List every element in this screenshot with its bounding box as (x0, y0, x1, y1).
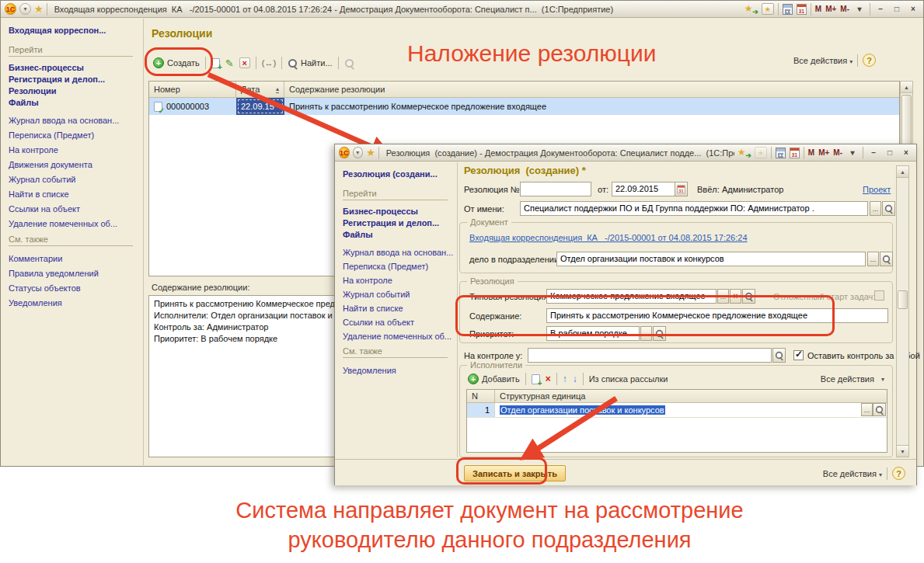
add-executor-button[interactable]: + Добавить (468, 374, 520, 384)
scroll-up-icon[interactable]: ▲ (897, 166, 908, 178)
add-to-favorites-icon[interactable]: ★➔ (737, 147, 751, 158)
edit-pencil-icon[interactable]: ✎ (225, 58, 234, 68)
scroll-down-icon[interactable]: ▼ (897, 445, 908, 457)
sidebar-item-entry-journal[interactable]: Журнал ввода на основан... (343, 245, 452, 259)
memory-mminus-button[interactable]: M- (840, 5, 849, 13)
bottom-all-actions-button[interactable]: Все действия (823, 469, 882, 478)
executor-ellipsis-button[interactable]: ... (861, 403, 873, 416)
column-header-unit[interactable]: Структурная единица (495, 390, 887, 402)
from-input[interactable]: Специалист поддержки ПО и БД Группа подд… (520, 201, 868, 216)
clear-search-icon[interactable] (344, 58, 354, 68)
sidebar-root-link[interactable]: Входящая корреспон... (9, 26, 138, 35)
sidebar-item-files[interactable]: Файлы (343, 229, 452, 241)
sidebar-item-correspondence[interactable]: Переписка (Предмет) (343, 259, 452, 273)
sidebar-item-delete-marked[interactable]: Удаление помеченных об... (9, 217, 138, 231)
sidebar-item-find-in-list[interactable]: Найти в списке (9, 187, 138, 202)
sidebar-item-registration[interactable]: Регистрация и делоп... (9, 74, 138, 85)
sidebar-item-resolutions[interactable]: Резолюции (9, 85, 138, 97)
system-menu-chevron-icon[interactable]: ▾ (19, 3, 31, 15)
sidebar-item-notification-rules[interactable]: Правила уведомлений (9, 266, 138, 281)
sidebar-item-find-in-list[interactable]: Найти в списке (343, 301, 452, 315)
sidebar-item-comments[interactable]: Комментарии (9, 252, 138, 266)
memory-m-button[interactable]: M (808, 148, 814, 157)
favorites-list-icon[interactable]: ★ (755, 147, 767, 158)
executor-unit-value[interactable]: Отдел организации поставок и конкурсов (500, 405, 665, 415)
close-button[interactable]: × (907, 4, 919, 15)
dept-ellipsis-button[interactable]: ... (867, 252, 879, 266)
from-ellipsis-button[interactable]: ... (870, 201, 881, 216)
executor-row[interactable]: 1 Отдел организации поставок и конкурсов… (467, 403, 887, 418)
help-button[interactable]: ? (892, 467, 905, 480)
from-lookup-button[interactable] (882, 201, 895, 216)
delete-icon[interactable]: × (239, 57, 250, 68)
minimize-button[interactable]: – (867, 148, 880, 158)
table-row[interactable]: 000000003 22.09.15 Принять к рассмотрени… (149, 98, 899, 115)
number-input[interactable] (520, 182, 591, 196)
memory-mminus-button[interactable]: M- (833, 148, 842, 157)
row-date-selected-cell[interactable]: 22.09.15 (236, 98, 284, 115)
dept-input[interactable]: Отдел организации поставок и конкурсов (556, 252, 866, 266)
minimize-button[interactable]: – (874, 4, 887, 15)
titlebar-chevron-icon[interactable]: ▾ (846, 148, 859, 158)
sidebar-item-on-control[interactable]: На контроле (9, 143, 138, 158)
sidebar-item-entry-journal[interactable]: Журнал ввода на основан... (9, 113, 138, 128)
calculator-icon[interactable] (776, 148, 786, 158)
favorites-star-icon[interactable]: ★ (34, 4, 44, 14)
sidebar-item-on-control[interactable]: На контроле (343, 273, 452, 287)
date-input[interactable]: 22.09.2015 (612, 182, 675, 196)
calculator-icon[interactable] (783, 4, 793, 15)
memory-mplus-button[interactable]: M+ (825, 5, 836, 13)
memory-mplus-button[interactable]: M+ (818, 148, 829, 157)
sidebar-item-correspondence[interactable]: Переписка (Предмет) (9, 128, 138, 143)
sidebar-item-notifications[interactable]: Уведомления (343, 363, 452, 377)
keep-control-checkbox[interactable] (793, 350, 804, 360)
sidebar-item-object-links[interactable]: Ссылки на объект (343, 315, 452, 329)
project-link[interactable]: Проект (863, 185, 891, 194)
favorites-list-icon[interactable]: ★ (762, 3, 774, 15)
calendar-icon[interactable]: 31 (797, 4, 807, 15)
calendar-icon[interactable]: 31 (790, 148, 800, 158)
favorites-star-icon[interactable]: ★ (366, 148, 375, 158)
system-menu-chevron-icon[interactable]: ▾ (353, 147, 364, 158)
from-mailing-list-button[interactable]: Из списка рассылки (589, 374, 668, 384)
form-scrollbar[interactable]: ▲ ▼ (896, 165, 909, 457)
document-link[interactable]: Входящая корреспонденция КА -/2015-00001… (469, 233, 748, 242)
set-interval-icon[interactable]: (↔) (262, 58, 276, 68)
control-input[interactable] (528, 348, 772, 363)
memory-m-button[interactable]: M (815, 5, 821, 13)
sidebar-item-registration[interactable]: Регистрация и делоп... (343, 217, 452, 229)
all-actions-button[interactable]: Все действия (793, 56, 853, 65)
sidebar-item-delete-marked[interactable]: Удаление помеченных об... (343, 329, 452, 343)
column-header-n[interactable]: N (467, 390, 495, 402)
sidebar-item-doc-movements[interactable]: Движения документа (9, 158, 138, 172)
maximize-button[interactable]: □ (891, 4, 903, 15)
sidebar-item-business-processes[interactable]: Бизнес-процессы (9, 62, 138, 74)
scroll-thumb[interactable] (898, 290, 908, 309)
maximize-button[interactable]: □ (884, 148, 896, 158)
control-lookup-button[interactable] (772, 348, 786, 363)
add-to-favorites-icon[interactable]: ★➔ (744, 3, 758, 15)
column-header-date[interactable]: Дата ▴ (236, 82, 284, 97)
close-button[interactable]: × (900, 148, 912, 158)
sidebar-item-event-journal[interactable]: Журнал событий (9, 172, 138, 187)
date-picker-button[interactable]: 31 (675, 182, 688, 196)
sidebar-root-link[interactable]: Резолюция (создани... (343, 169, 452, 179)
sidebar-item-object-statuses[interactable]: Статусы объектов (9, 281, 138, 296)
scroll-up-icon[interactable]: ▲ (901, 82, 912, 93)
executors-all-actions-button[interactable]: Все действия (821, 374, 884, 384)
sidebar-item-business-processes[interactable]: Бизнес-процессы (343, 206, 452, 217)
help-button[interactable]: ? (863, 54, 876, 67)
column-header-content[interactable]: Содержание резолюции (284, 82, 899, 97)
column-header-number[interactable]: Номер (149, 82, 236, 97)
sidebar-item-event-journal[interactable]: Журнал событий (343, 287, 452, 301)
sidebar-item-files[interactable]: Файлы (9, 97, 138, 109)
delete-executor-icon[interactable]: × (546, 374, 551, 384)
executor-lookup-button[interactable] (873, 403, 886, 416)
find-button[interactable]: Найти... (288, 58, 333, 68)
copy-item-icon[interactable] (532, 374, 540, 384)
move-up-icon[interactable]: ↑ (563, 374, 567, 384)
move-down-icon[interactable]: ↓ (573, 374, 577, 384)
titlebar-chevron-icon[interactable]: ▾ (853, 4, 866, 15)
sidebar-item-notifications[interactable]: Уведомления (9, 296, 138, 311)
dept-lookup-button[interactable] (880, 252, 893, 266)
